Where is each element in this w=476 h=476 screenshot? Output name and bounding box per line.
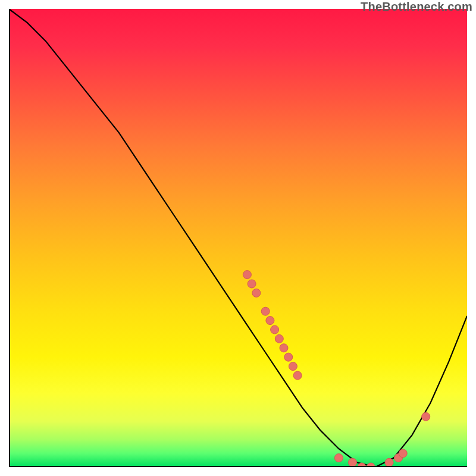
data-point (261, 307, 270, 315)
data-point (399, 449, 407, 458)
data-point (266, 317, 274, 325)
data-point (280, 344, 288, 352)
data-point (284, 353, 293, 361)
data-point (293, 371, 302, 380)
x-axis (9, 466, 467, 467)
data-point (275, 334, 283, 343)
data-point (422, 412, 430, 421)
data-point (289, 362, 297, 371)
y-axis (9, 9, 10, 467)
watermark-text: TheBottleneck.com (361, 0, 472, 14)
data-point (334, 454, 343, 462)
data-point (248, 280, 256, 288)
data-point (271, 325, 279, 334)
data-point (252, 289, 261, 297)
data-point (243, 271, 251, 279)
plot-area (9, 9, 467, 467)
data-points-layer (9, 9, 467, 467)
chart-container: TheBottleneck.com (0, 0, 476, 476)
